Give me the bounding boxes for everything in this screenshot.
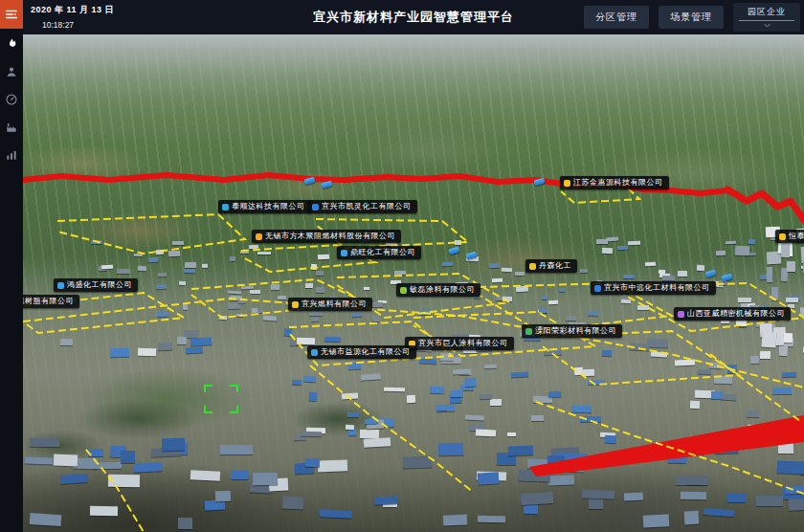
company-marker-icon bbox=[779, 233, 786, 240]
sidebar-items bbox=[0, 36, 23, 163]
company-marker-icon bbox=[311, 349, 318, 356]
company-label[interactable]: 泰顺达科技有限公司 bbox=[218, 200, 311, 213]
company-label-text: 敏磊涂料有限公司 bbox=[410, 286, 475, 294]
company-label[interactable]: 恒泰化工有限公司 bbox=[775, 230, 804, 243]
company-marker-icon bbox=[525, 328, 532, 335]
person-icon[interactable] bbox=[4, 64, 19, 79]
left-icon-rail bbox=[0, 0, 23, 532]
company-marker-icon bbox=[256, 233, 262, 240]
selection-box[interactable] bbox=[204, 385, 238, 413]
company-label[interactable]: 宜兴市巨人涂料有限公司 bbox=[405, 337, 514, 350]
company-label[interactable]: 鼎旺化工有限公司 bbox=[337, 246, 421, 259]
company-label[interactable]: 山西亚威精密机械有限公司 bbox=[674, 307, 791, 321]
selection-corner bbox=[230, 385, 238, 392]
company-label-text: 鸿盛化工有限公司 bbox=[67, 281, 132, 289]
header-actions: 分区管理 场景管理 园区企业 bbox=[584, 0, 800, 34]
factory-icon[interactable] bbox=[4, 120, 19, 135]
company-marker-icon bbox=[564, 180, 570, 187]
gauge-icon[interactable] bbox=[4, 92, 19, 107]
selection-corner bbox=[230, 406, 238, 413]
company-label-text: 山西亚威精密机械有限公司 bbox=[687, 310, 785, 318]
company-label-text: 宜兴市凯灵化工有限公司 bbox=[322, 203, 412, 211]
datetime: 2020 年 11 月 13 日 10:18:27 bbox=[31, 4, 114, 30]
company-label[interactable]: 宜兴市中远化工材料有限公司 bbox=[591, 281, 716, 295]
company-label-text: 鼎旺化工有限公司 bbox=[350, 249, 415, 256]
company-marker-icon bbox=[57, 282, 64, 289]
company-label-text: 无锡市方木聚阻燃材料股份有限公司 bbox=[265, 233, 395, 240]
park-enterprises-dropdown[interactable]: 园区企业 bbox=[733, 3, 800, 32]
company-label-text: 江苏金惠源科技有限公司 bbox=[573, 179, 663, 187]
company-marker-icon bbox=[594, 285, 601, 292]
company-label-text: 恒泰化工有限公司 bbox=[789, 233, 804, 240]
company-marker-icon bbox=[400, 287, 407, 294]
header-bar: 2020 年 11 月 13 日 10:18:27 宜兴市新材料产业园智慧管理平… bbox=[23, 0, 804, 34]
company-label[interactable]: 无锡市益源化工有限公司 bbox=[307, 345, 416, 359]
hamburger-icon[interactable] bbox=[0, 0, 23, 29]
scene-management-button[interactable]: 场景管理 bbox=[659, 6, 724, 29]
company-label[interactable]: 敏磊涂料有限公司 bbox=[396, 283, 480, 297]
company-label[interactable]: 丹森化工 bbox=[525, 259, 577, 273]
company-label-text: 溧阳荣彩材料有限公司 bbox=[535, 327, 616, 335]
chevron-down-icon bbox=[739, 21, 794, 31]
flame-icon[interactable] bbox=[4, 36, 19, 52]
company-marker-icon bbox=[222, 204, 229, 211]
zone-management-button[interactable]: 分区管理 bbox=[584, 6, 649, 29]
company-label[interactable]: 宜兴市凯灵化工有限公司 bbox=[308, 200, 417, 213]
smart-park-platform: 2020 年 11 月 13 日 10:18:27 宜兴市新材料产业园智慧管理平… bbox=[0, 0, 804, 532]
company-label-text: 宜兴市巨人涂料有限公司 bbox=[418, 340, 508, 347]
company-label-text: 宜兴燃料有限公司 bbox=[302, 300, 367, 308]
current-date: 2020 年 11 月 13 日 bbox=[31, 4, 114, 16]
selection-corner bbox=[204, 406, 212, 413]
company-marker-icon bbox=[678, 311, 684, 318]
company-label[interactable]: 无锡市方木聚阻燃材料股份有限公司 bbox=[252, 230, 401, 243]
bar-chart-icon[interactable] bbox=[4, 147, 19, 163]
company-label-text: 丹森化工 bbox=[539, 262, 571, 270]
company-label-text: 泰顺达科技有限公司 bbox=[232, 203, 305, 211]
company-label-text: 宜兴市中远化工材料有限公司 bbox=[604, 284, 710, 292]
company-marker-icon bbox=[341, 250, 347, 256]
company-marker-icon bbox=[312, 204, 319, 211]
map-3d-viewport[interactable]: 泰顺达科技有限公司宜兴市凯灵化工有限公司江苏金惠源科技有限公司无锡市方木聚阻燃材… bbox=[23, 34, 804, 532]
company-marker-icon bbox=[529, 263, 536, 270]
company-label[interactable]: 江苏金惠源科技有限公司 bbox=[560, 176, 669, 189]
company-label[interactable]: 宜兴燃料有限公司 bbox=[288, 298, 372, 311]
current-time: 10:18:27 bbox=[42, 20, 114, 30]
company-label[interactable]: 鸿盛化工有限公司 bbox=[54, 278, 138, 292]
company-marker-icon bbox=[292, 301, 299, 308]
company-label-text: 宜兴大诚树脂有限公司 bbox=[23, 298, 74, 305]
company-label-text: 无锡市益源化工有限公司 bbox=[321, 348, 411, 356]
company-label[interactable]: 溧阳荣彩材料有限公司 bbox=[522, 324, 622, 338]
dropdown-label: 园区企业 bbox=[739, 6, 794, 21]
selection-corner bbox=[204, 385, 212, 392]
company-label[interactable]: 宜兴大诚树脂有限公司 bbox=[23, 295, 79, 308]
